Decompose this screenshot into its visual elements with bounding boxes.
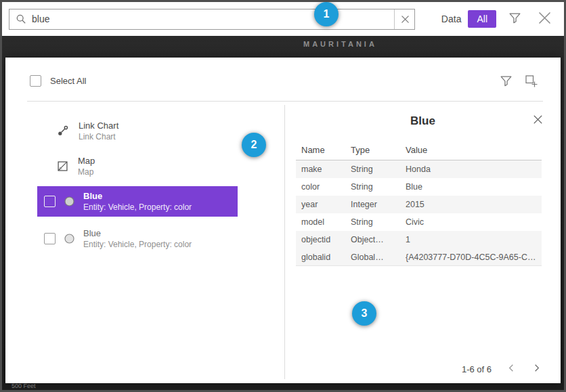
divider bbox=[27, 101, 543, 102]
cell-value: Blue bbox=[406, 182, 542, 192]
cell-type: Global… bbox=[351, 253, 406, 262]
result-item-blue[interactable]: Blue Entity: Vehicle, Property: color bbox=[37, 223, 238, 254]
search-icon bbox=[16, 14, 26, 24]
result-subtitle: Entity: Vehicle, Property: color bbox=[83, 202, 192, 212]
result-title: Blue bbox=[83, 191, 192, 201]
column-name: Name bbox=[296, 145, 351, 155]
next-page-button[interactable] bbox=[531, 363, 542, 375]
link-chart-icon bbox=[57, 125, 69, 137]
close-search-button[interactable] bbox=[538, 11, 552, 27]
cell-name: model bbox=[296, 217, 351, 227]
chevron-right-icon bbox=[531, 363, 542, 373]
result-item-blue-selected[interactable]: Blue Entity: Vehicle, Property: color bbox=[37, 186, 238, 217]
cell-type: Object… bbox=[351, 235, 406, 244]
cell-name: globalid bbox=[296, 253, 351, 262]
table-row: color String Blue bbox=[296, 178, 542, 196]
cell-name: year bbox=[296, 200, 351, 209]
map-icon bbox=[57, 160, 68, 172]
cell-value: 2015 bbox=[406, 200, 542, 209]
add-to-new-button[interactable] bbox=[525, 74, 538, 89]
result-subtitle: Map bbox=[78, 167, 95, 177]
result-title: Blue bbox=[83, 228, 192, 238]
all-scope-button[interactable]: All bbox=[468, 10, 496, 28]
prev-page-button[interactable] bbox=[506, 363, 517, 375]
data-scope-button[interactable]: Data bbox=[441, 14, 462, 24]
entity-icon bbox=[64, 233, 75, 244]
cell-value: Civic bbox=[406, 217, 542, 227]
table-header: Name Type Value bbox=[296, 140, 542, 160]
search-filter-button[interactable] bbox=[508, 12, 521, 26]
result-item-map[interactable]: Map Map bbox=[57, 151, 95, 181]
annotation-badge-2: 2 bbox=[242, 133, 266, 157]
select-all-row: Select All bbox=[30, 75, 86, 87]
clear-search-button[interactable] bbox=[394, 9, 414, 29]
search-bar: Data All bbox=[2, 2, 564, 36]
column-type: Type bbox=[351, 145, 406, 155]
annotation-badge-3: 3 bbox=[352, 301, 376, 326]
table-row: model String Civic bbox=[296, 213, 542, 231]
clear-icon bbox=[401, 15, 410, 24]
table-row: make String Honda bbox=[296, 160, 542, 178]
select-all-label: Select All bbox=[50, 76, 86, 86]
map-country-label: MAURITANIA bbox=[303, 40, 377, 48]
map-scale-label: 500 Feet bbox=[12, 383, 36, 389]
cell-type: String bbox=[351, 217, 406, 227]
cell-type: String bbox=[351, 165, 406, 174]
filter-icon bbox=[508, 12, 521, 24]
result-checkbox[interactable] bbox=[44, 233, 56, 244]
search-input[interactable] bbox=[32, 9, 394, 29]
cell-value: {A4203777-D70D-4C5C-9A65-C… bbox=[406, 253, 542, 262]
result-item-link-chart[interactable]: Link Chart Link Chart bbox=[57, 116, 118, 146]
cell-value: 1 bbox=[406, 235, 542, 244]
result-subtitle: Link Chart bbox=[79, 132, 118, 141]
search-input-box[interactable] bbox=[9, 9, 415, 30]
column-value: Value bbox=[406, 145, 542, 155]
select-all-checkbox[interactable] bbox=[30, 75, 41, 87]
results-filter-button[interactable] bbox=[500, 74, 513, 89]
detail-close-button[interactable] bbox=[533, 114, 543, 127]
table-row: year Integer 2015 bbox=[296, 196, 542, 213]
result-subtitle: Entity: Vehicle, Property: color bbox=[83, 240, 192, 249]
pagination: 1-6 of 6 bbox=[462, 363, 542, 375]
cell-type: String bbox=[351, 182, 406, 192]
cell-name: color bbox=[296, 182, 351, 192]
table-row: globalid Global… {A4203777-D70D-4C5C-9A6… bbox=[296, 248, 542, 266]
detail-title: Blue bbox=[285, 114, 561, 128]
results-toolbar bbox=[500, 74, 538, 89]
cell-name: make bbox=[296, 165, 351, 174]
cell-name: objectid bbox=[296, 235, 351, 244]
filter-icon bbox=[500, 74, 513, 87]
annotation-badge-1: 1 bbox=[314, 2, 339, 26]
cell-value: Honda bbox=[406, 165, 542, 174]
result-title: Map bbox=[78, 156, 95, 166]
close-icon bbox=[538, 11, 552, 25]
table-row: objectid Object… 1 bbox=[296, 231, 542, 248]
pagination-label: 1-6 of 6 bbox=[462, 364, 492, 374]
square-plus-icon bbox=[525, 74, 538, 87]
app-window: Data All MAURITANIA 500 Feet Select All bbox=[0, 0, 566, 392]
property-table: Name Type Value make String Honda color … bbox=[296, 140, 542, 266]
search-results-panel: Select All Link Chart Link Chart bbox=[5, 58, 561, 383]
close-icon bbox=[533, 114, 543, 125]
entity-icon bbox=[64, 196, 75, 207]
result-title: Link Chart bbox=[79, 121, 118, 131]
cell-type: Integer bbox=[351, 200, 406, 209]
result-checkbox[interactable] bbox=[44, 196, 56, 207]
detail-panel: Blue Name Type Value make String Honda bbox=[285, 105, 561, 383]
chevron-left-icon bbox=[506, 363, 517, 373]
